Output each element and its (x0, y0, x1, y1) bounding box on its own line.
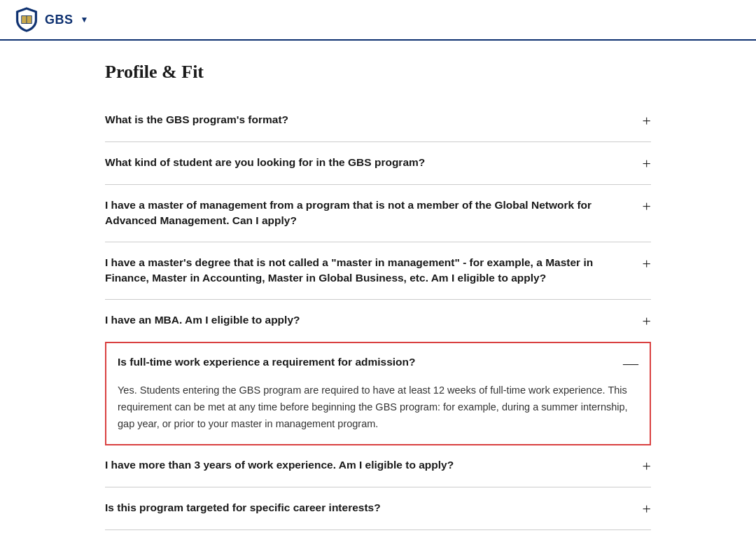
faq-question-5: I have an MBA. Am I eligible to apply? (105, 312, 643, 328)
faq-header-2[interactable]: What kind of student are you looking for… (105, 142, 651, 184)
section-title: Profile & Fit (105, 62, 651, 83)
faq-header-6[interactable]: Is full-time work experience a requireme… (106, 343, 650, 382)
main-content: Profile & Fit What is the GBS program's … (91, 41, 665, 547)
shield-icon (14, 7, 39, 32)
faq-header-3[interactable]: I have a master of management from a pro… (105, 185, 651, 242)
faq-question-2: What kind of student are you looking for… (105, 155, 643, 170)
faq-header-7[interactable]: I have more than 3 years of work experie… (105, 445, 651, 487)
faq-toggle-icon-3: + (643, 199, 651, 214)
faq-question-8: Is this program targeted for specific ca… (105, 500, 643, 515)
faq-question-7: I have more than 3 years of work experie… (105, 457, 643, 473)
faq-item-7: I have more than 3 years of work experie… (105, 445, 651, 487)
faq-item-1: What is the GBS program's format? + (105, 99, 651, 142)
faq-item-6: Is full-time work experience a requireme… (105, 342, 651, 445)
faq-item-3: I have a master of management from a pro… (105, 185, 651, 242)
faq-toggle-icon-7: + (643, 459, 651, 474)
faq-answer-6: Yes. Students entering the GBS program a… (106, 382, 650, 444)
nav-brand-text: GBS (45, 13, 74, 27)
nav-chevron-icon: ▼ (80, 15, 89, 25)
faq-item-2: What kind of student are you looking for… (105, 142, 651, 185)
faq-question-4: I have a master's degree that is not cal… (105, 255, 643, 286)
nav-bar: GBS ▼ (0, 0, 756, 41)
nav-logo[interactable]: GBS ▼ (14, 7, 88, 32)
faq-question-1: What is the GBS program's format? (105, 112, 643, 127)
faq-header-8[interactable]: Is this program targeted for specific ca… (105, 487, 651, 529)
faq-question-6: Is full-time work experience a requireme… (118, 354, 623, 370)
faq-toggle-icon-1: + (643, 113, 651, 129)
faq-toggle-icon-4: + (643, 256, 651, 272)
faq-question-3: I have a master of management from a pro… (105, 198, 643, 229)
faq-header-1[interactable]: What is the GBS program's format? + (105, 99, 651, 141)
faq-header-4[interactable]: I have a master's degree that is not cal… (105, 242, 651, 299)
svg-rect-2 (27, 16, 31, 23)
faq-toggle-icon-2: + (643, 156, 651, 172)
faq-toggle-icon-6: — (623, 356, 638, 371)
faq-item-5: I have an MBA. Am I eligible to apply? + (105, 300, 651, 342)
faq-list: What is the GBS program's format? + What… (105, 99, 651, 530)
faq-item-8: Is this program targeted for specific ca… (105, 487, 651, 530)
faq-toggle-icon-8: + (643, 501, 651, 517)
faq-item-4: I have a master's degree that is not cal… (105, 242, 651, 300)
faq-toggle-icon-5: + (643, 314, 651, 329)
svg-rect-1 (22, 16, 27, 23)
faq-header-5[interactable]: I have an MBA. Am I eligible to apply? + (105, 300, 651, 342)
